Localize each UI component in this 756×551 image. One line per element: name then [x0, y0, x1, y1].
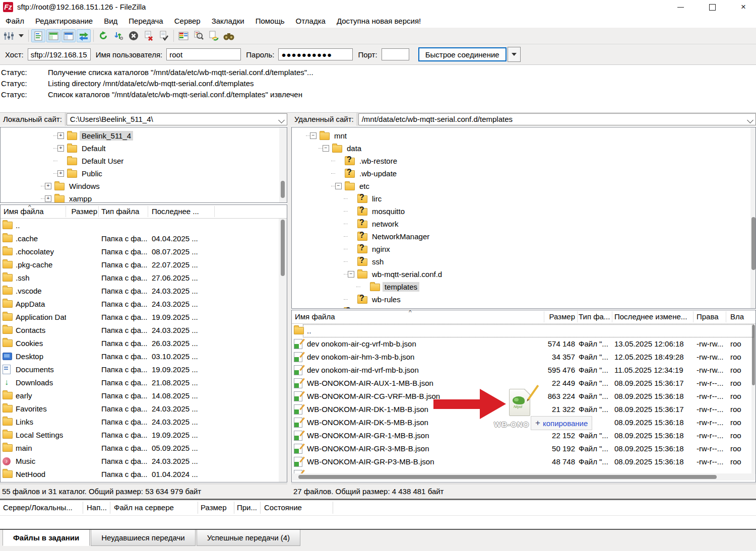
- file-row-main[interactable]: mainПапка с фа...05.09.2025 ...: [1, 442, 287, 455]
- tree-item-Public[interactable]: +Public: [53, 167, 104, 180]
- menu-item-4[interactable]: Передача: [123, 14, 168, 28]
- remote-tree-scrollbar-thumb[interactable]: [751, 217, 755, 270]
- file-row-NetHood[interactable]: NetHoodПапка с фа...01.04.2024 ...: [1, 468, 287, 481]
- password-input[interactable]: [278, 48, 353, 60]
- column-header-1[interactable]: Имя файла: [295, 312, 335, 321]
- queue-column-3[interactable]: Файл на сервере: [114, 503, 174, 512]
- queue-column-divider[interactable]: [234, 502, 234, 514]
- menu-item-3[interactable]: Вид: [98, 14, 123, 28]
- queue-column-divider[interactable]: [198, 502, 198, 514]
- username-input[interactable]: [166, 48, 241, 60]
- tree-item-etc[interactable]: −etc: [331, 180, 371, 192]
- tree-item-Windows[interactable]: +Windows: [41, 180, 102, 192]
- column-header-5[interactable]: Права: [697, 312, 719, 321]
- queue-tab-3[interactable]: Успешные передачи (4): [197, 530, 300, 546]
- remote-site-combo[interactable]: /mnt/data/etc/wb-mqtt-serial.conf.d/temp…: [358, 113, 756, 125]
- file-row-WB-ONOKOM-AIR-GR-3-MB-B.json[interactable]: WB-ONOKOM-AIR-GR-3-MB-B.json50 192Файл "…: [292, 442, 755, 455]
- queue-column-2[interactable]: Нап...: [87, 503, 107, 512]
- tree-item-nginx[interactable]: nginx: [344, 243, 392, 255]
- menu-item-6[interactable]: Закладки: [206, 14, 250, 28]
- queue-tab-1[interactable]: Файлы в задании: [3, 530, 90, 546]
- toggle-local-tree-icon[interactable]: [46, 29, 60, 42]
- column-header-1[interactable]: Имя файла: [4, 207, 44, 216]
- file-row-Application-Data[interactable]: Application DataПапка с фа...19.09.2025 …: [1, 311, 287, 324]
- minimize-button[interactable]: [669, 0, 692, 14]
- queue-column-divider[interactable]: [110, 502, 110, 514]
- tree-item-data[interactable]: −data: [319, 142, 363, 155]
- file-row-dev-onokom-air-md-vrf-mb-b.json[interactable]: dev onokom-air-md-vrf-mb-b.json595 476Фа…: [292, 364, 755, 377]
- column-divider[interactable]: [612, 311, 612, 322]
- tree-item-wb-rules[interactable]: wb-rules: [344, 293, 403, 306]
- remote-tree-scrollbar-track[interactable]: [750, 127, 755, 308]
- file-row-WB-ONOKOM-AIR-GR-1-MB-B.json[interactable]: WB-ONOKOM-AIR-GR-1-MB-B.json22 152Файл "…: [292, 429, 755, 442]
- local-site-combo[interactable]: C:\Users\Beelink_511_4\: [67, 113, 287, 125]
- filter-icon[interactable]: [222, 29, 236, 42]
- menu-item-2[interactable]: Редактирование: [30, 14, 98, 28]
- tree-expander-icon[interactable]: +: [57, 145, 64, 152]
- file-row-Downloads[interactable]: ↓DownloadsПапка с фа...21.08.2025 ...: [1, 376, 287, 389]
- toggle-transfer-queue-icon[interactable]: [77, 29, 91, 42]
- file-row-WB-ONOKOM-AIR-GR-P3-MB-B.json[interactable]: WB-ONOKOM-AIR-GR-P3-MB-B.json48 748Файл …: [292, 455, 755, 468]
- menu-item-7[interactable]: Помощь: [250, 14, 290, 28]
- tree-item-ssh[interactable]: ssh: [344, 255, 386, 268]
- disconnect-icon[interactable]: [142, 29, 156, 42]
- directory-comparison-icon[interactable]: [176, 29, 191, 42]
- column-header-3[interactable]: Тип файла: [101, 207, 139, 216]
- column-header-2[interactable]: Размер: [66, 207, 97, 216]
- host-input[interactable]: [28, 48, 91, 60]
- tree-item-.wb-update[interactable]: .wb-update: [331, 167, 399, 180]
- file-row-.ssh[interactable]: .sshПапка с фа...27.06.2025 ...: [1, 271, 287, 285]
- local-tree-scrollbar-track[interactable]: [279, 127, 287, 202]
- file-row-Favorites[interactable]: FavoritesПапка с фа...24.03.2025 ...: [1, 402, 287, 416]
- column-header-4[interactable]: Последнее ...: [152, 207, 199, 216]
- file-row-dev-onokom-air-cg-vrf-mb-b.json[interactable]: dev onokom-air-cg-vrf-mb-b.json574 148Фа…: [292, 337, 755, 351]
- queue-column-6[interactable]: Состояние: [264, 503, 302, 512]
- tree-item-mnt[interactable]: −mnt: [306, 129, 349, 142]
- file-row-.chocolatey[interactable]: .chocolateyПапка с фа...08.07.2025 ...: [1, 245, 287, 258]
- file-row-Music[interactable]: ♪MusicПапка с фа...24.03.2025 ...: [1, 455, 287, 468]
- refresh-icon[interactable]: [96, 29, 110, 42]
- tree-expander-icon[interactable]: +: [45, 183, 51, 189]
- file-row-..[interactable]: ..: [292, 324, 755, 337]
- column-divider[interactable]: [726, 311, 726, 322]
- process-queue-icon[interactable]: [111, 29, 125, 42]
- column-divider[interactable]: [98, 206, 99, 217]
- queue-column-4[interactable]: Размер: [201, 503, 227, 512]
- panel-splitter[interactable]: [287, 113, 291, 499]
- column-header-2[interactable]: Размер: [529, 312, 575, 321]
- remote-list-hscrollbar-track[interactable]: [292, 473, 755, 480]
- column-header-4[interactable]: Последнее измене...: [614, 312, 687, 321]
- maximize-button[interactable]: [701, 0, 724, 14]
- tree-item-Default-User[interactable]: Default User: [53, 155, 125, 167]
- cancel-operation-icon[interactable]: [127, 29, 141, 42]
- file-row-dev-onokom-air-hm-3-mb-b.json[interactable]: dev onokom-air-hm-3-mb-b.json34 357Файл …: [292, 351, 755, 364]
- quickconnect-dropdown-button[interactable]: [508, 47, 521, 62]
- close-button[interactable]: ×: [732, 0, 755, 14]
- tree-item-network[interactable]: network: [344, 218, 401, 230]
- tree-expander-icon[interactable]: +: [57, 132, 64, 139]
- site-manager-icon[interactable]: [2, 29, 16, 42]
- tree-item-Default[interactable]: +Default: [53, 142, 108, 155]
- queue-tab-2[interactable]: Неудавшиеся передачи: [91, 530, 195, 546]
- queue-column-divider[interactable]: [260, 502, 261, 514]
- tree-expander-icon[interactable]: +: [45, 195, 51, 202]
- site-manager-dropdown-icon[interactable]: [17, 29, 26, 42]
- file-row-.vscode[interactable]: .vscodeПапка с фа...24.03.2025 ...: [1, 285, 287, 298]
- tree-item-wb-mqtt-serial.conf.d[interactable]: −wb-mqtt-serial.conf.d: [344, 268, 444, 281]
- column-header-3[interactable]: Тип фа...: [579, 312, 610, 321]
- tree-item-Beelink_511_4[interactable]: +Beelink_511_4: [53, 129, 133, 142]
- remote-list-hscrollbar-thumb[interactable]: [298, 475, 717, 479]
- file-row-Local-Settings[interactable]: Local SettingsПапка с фа...19.09.2025 ..…: [1, 429, 287, 442]
- file-row-Cookies[interactable]: CookiesПапка с фа...26.03.2025 ...: [1, 337, 287, 350]
- tree-item-.wb-restore[interactable]: .wb-restore: [331, 155, 399, 167]
- queue-column-1[interactable]: Сервер/Локальны...: [3, 503, 73, 512]
- file-row-.cache[interactable]: .cacheПапка с фа...04.04.2025 ...: [1, 232, 287, 245]
- reconnect-icon[interactable]: [157, 29, 171, 42]
- queue-column-divider[interactable]: [333, 502, 333, 514]
- tree-expander-icon[interactable]: −: [348, 271, 354, 278]
- file-row-Contacts[interactable]: ContactsПапка с фа...24.03.2025 ...: [1, 324, 287, 337]
- file-row-Documents[interactable]: DocumentsПапка с фа...19.09.2025 ...: [1, 363, 287, 376]
- tree-item-templates[interactable]: templates: [356, 281, 419, 293]
- tree-expander-icon[interactable]: −: [335, 183, 342, 189]
- menu-item-9[interactable]: Доступна новая версия!: [331, 14, 426, 28]
